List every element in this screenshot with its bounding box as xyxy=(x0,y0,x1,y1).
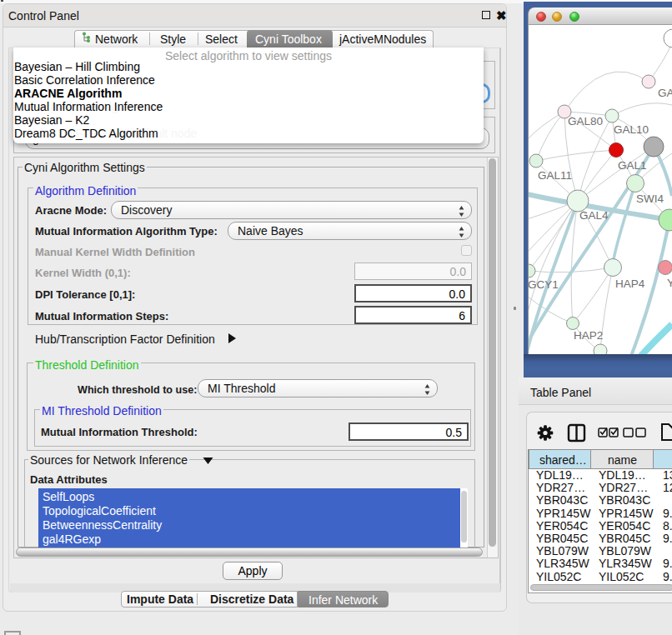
svg-text:SWI4: SWI4 xyxy=(636,192,664,205)
svg-text:GAL: GAL xyxy=(658,87,672,99)
svg-text:HAP2: HAP2 xyxy=(574,329,603,342)
svg-text:GAL1: GAL1 xyxy=(618,159,647,172)
svg-text:Y: Y xyxy=(667,277,672,289)
svg-text:GCY1: GCY1 xyxy=(529,278,559,291)
svg-text:GAL4: GAL4 xyxy=(579,209,609,222)
svg-text:GAL80: GAL80 xyxy=(568,115,603,128)
svg-text:GAL10: GAL10 xyxy=(614,123,649,136)
svg-text:HAP4: HAP4 xyxy=(615,278,645,290)
svg-text:GAL11: GAL11 xyxy=(538,169,572,182)
